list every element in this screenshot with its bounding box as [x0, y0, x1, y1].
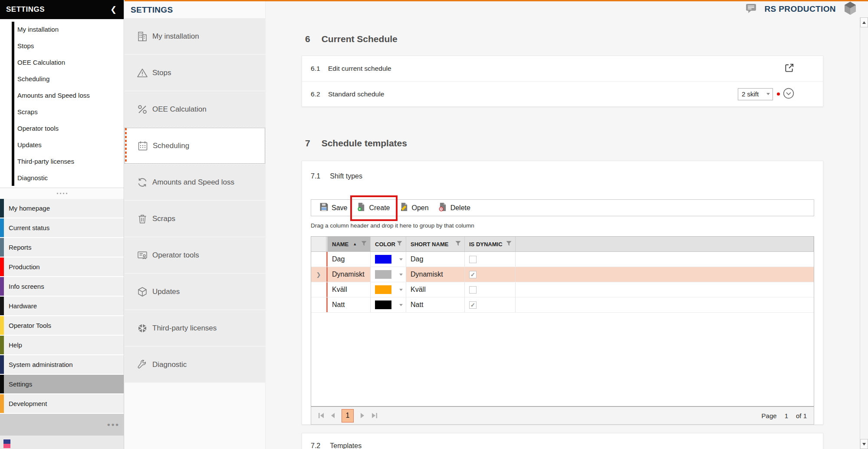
pager-first-icon[interactable]	[316, 410, 327, 421]
open-button[interactable]: Open	[395, 200, 434, 216]
delete-button[interactable]: Delete	[434, 200, 475, 216]
standard-schedule-select[interactable]: 2 skift	[738, 88, 773, 100]
color-dropdown-cell[interactable]	[371, 282, 406, 297]
submenu-item-my-installation[interactable]: My installation	[17, 21, 124, 38]
settings-item-stops[interactable]: Stops	[125, 55, 265, 91]
hexagon-pieces-icon	[136, 323, 149, 334]
save-button[interactable]: Save	[315, 200, 352, 216]
nav-color-stripe	[0, 316, 4, 335]
sidebar-resize-handle[interactable]	[0, 188, 124, 199]
row-expander-cell[interactable]: ❯	[311, 267, 326, 282]
settings-item-scheduling[interactable]: Scheduling	[125, 128, 265, 164]
nav-item-operator-tools[interactable]: Operator Tools	[0, 316, 124, 335]
name-cell[interactable]: Natt	[328, 297, 371, 312]
chat-icon[interactable]	[746, 3, 756, 16]
is-dynamic-checkbox[interactable]: ✓	[469, 271, 477, 278]
more-options-ellipsis[interactable]: •••	[107, 420, 120, 429]
scroll-down-icon[interactable]	[860, 439, 868, 449]
is-dynamic-cell	[465, 282, 516, 297]
nav-item-info-screens[interactable]: Info screens	[0, 277, 124, 296]
filter-icon[interactable]	[455, 241, 461, 248]
name-cell[interactable]: Dag	[328, 252, 371, 267]
color-dropdown-cell[interactable]	[371, 297, 406, 312]
pager-prev-icon[interactable]	[327, 410, 338, 421]
nav-color-stripe	[0, 375, 4, 393]
nav-color-stripe	[0, 199, 4, 218]
submenu-item-operator-tools[interactable]: Operator tools	[17, 120, 124, 137]
shift-types-card: 7.1 Shift types Save Create	[302, 161, 823, 425]
submenu-item-updates[interactable]: Updates	[17, 137, 124, 153]
pager-current-page[interactable]: 1	[342, 409, 354, 423]
grid-row-kvall[interactable]: Kväll Kväll	[311, 282, 814, 297]
collapse-sidebar-icon[interactable]: ❮	[110, 6, 117, 13]
submenu-item-scheduling[interactable]: Scheduling	[17, 71, 124, 87]
nav-item-current-status[interactable]: Current status	[0, 218, 124, 237]
row-edit-current-schedule: 6.1 Edit current schedule	[302, 56, 823, 81]
nav-item-production[interactable]: Production	[0, 258, 124, 276]
settings-item-updates[interactable]: Updates	[125, 274, 265, 310]
settings-item-amounts-speed-loss[interactable]: Amounts and Speed loss	[125, 164, 265, 200]
column-header-name[interactable]: NAME ▲	[328, 237, 371, 252]
settings-item-scraps[interactable]: Scraps	[125, 201, 265, 237]
grid-row-dynamiskt[interactable]: ❯ Dynamiskt Dynamiskt ✓	[311, 267, 814, 282]
row-expand-icon[interactable]: ❯	[316, 271, 321, 278]
submenu-item-scraps[interactable]: Scraps	[17, 104, 124, 120]
settings-item-third-party-licenses[interactable]: Third-party licenses	[125, 310, 265, 346]
name-cell[interactable]: Dynamiskt	[328, 267, 371, 282]
vertical-scrollbar[interactable]	[860, 17, 868, 449]
row-expander-cell[interactable]	[311, 252, 326, 267]
is-dynamic-checkbox[interactable]	[469, 256, 477, 263]
submenu-item-diagnostic[interactable]: Diagnostic	[17, 170, 124, 186]
short-name-cell[interactable]: Dynamiskt	[406, 267, 465, 282]
color-dropdown-cell[interactable]	[371, 252, 406, 267]
nav-item-system-administration[interactable]: System administration	[0, 355, 124, 374]
subsection-number: 7.1	[311, 172, 320, 180]
row-standard-schedule: 6.2 Standard schedule 2 skift	[302, 81, 823, 106]
grid-header-row: NAME ▲ COLOR SHORT NAME IS DYNAMIC	[311, 237, 814, 252]
color-dropdown-cell[interactable]	[371, 267, 406, 282]
filter-icon[interactable]	[506, 241, 512, 248]
nav-item-development[interactable]: Development	[0, 394, 124, 413]
expand-row-icon[interactable]	[783, 88, 794, 101]
submenu-item-amounts-speed-loss[interactable]: Amounts and Speed loss	[17, 87, 124, 104]
settings-item-diagnostic[interactable]: Diagnostic	[125, 347, 265, 383]
nav-item-hardware[interactable]: Hardware	[0, 297, 124, 315]
nav-item-reports[interactable]: Reports	[0, 238, 124, 257]
short-name-cell[interactable]: Dag	[406, 252, 465, 267]
pager-last-icon[interactable]	[368, 410, 380, 421]
section-number: 6	[305, 34, 310, 44]
create-button[interactable]: Create	[352, 200, 395, 216]
submenu-item-stops[interactable]: Stops	[17, 38, 124, 54]
grid-row-natt[interactable]: Natt Natt ✓	[311, 297, 814, 313]
submenu-item-third-party-licenses[interactable]: Third-party licenses	[17, 153, 124, 170]
open-external-icon[interactable]	[784, 63, 794, 75]
sort-asc-icon: ▲	[353, 242, 357, 246]
pager-next-icon[interactable]	[357, 410, 368, 421]
column-header-color[interactable]: COLOR	[371, 237, 406, 252]
column-header-is-dynamic[interactable]: IS DYNAMIC	[465, 237, 516, 252]
operator-document-icon	[136, 250, 149, 261]
settings-item-my-installation[interactable]: My installation	[125, 18, 265, 54]
wrench-icon	[136, 359, 149, 370]
row-label: Standard schedule	[328, 90, 384, 98]
settings-item-oee-calculation[interactable]: OEE Calculation	[125, 91, 265, 127]
row-expander-cell[interactable]	[311, 297, 326, 312]
section-title: Current Schedule	[322, 34, 398, 44]
row-expander-cell[interactable]	[311, 282, 326, 297]
scroll-up-icon[interactable]	[860, 17, 868, 27]
short-name-cell[interactable]: Kväll	[406, 282, 465, 297]
filter-icon[interactable]	[397, 241, 402, 248]
short-name-cell[interactable]: Natt	[406, 297, 465, 312]
name-cell[interactable]: Kväll	[328, 282, 371, 297]
submenu-item-oee-calculation[interactable]: OEE Calculation	[17, 54, 124, 71]
is-dynamic-checkbox[interactable]	[469, 286, 477, 294]
grid-row-dag[interactable]: Dag Dag	[311, 252, 814, 267]
is-dynamic-checkbox[interactable]: ✓	[469, 301, 477, 309]
settings-item-operator-tools[interactable]: Operator tools	[125, 237, 265, 273]
column-header-short-name[interactable]: SHORT NAME	[406, 237, 465, 252]
nav-item-my-homepage[interactable]: My homepage	[0, 199, 124, 218]
filter-icon[interactable]	[361, 241, 367, 248]
nav-item-settings[interactable]: Settings	[0, 375, 124, 393]
language-flag-icon[interactable]	[3, 439, 10, 448]
nav-item-help[interactable]: Help	[0, 336, 124, 354]
